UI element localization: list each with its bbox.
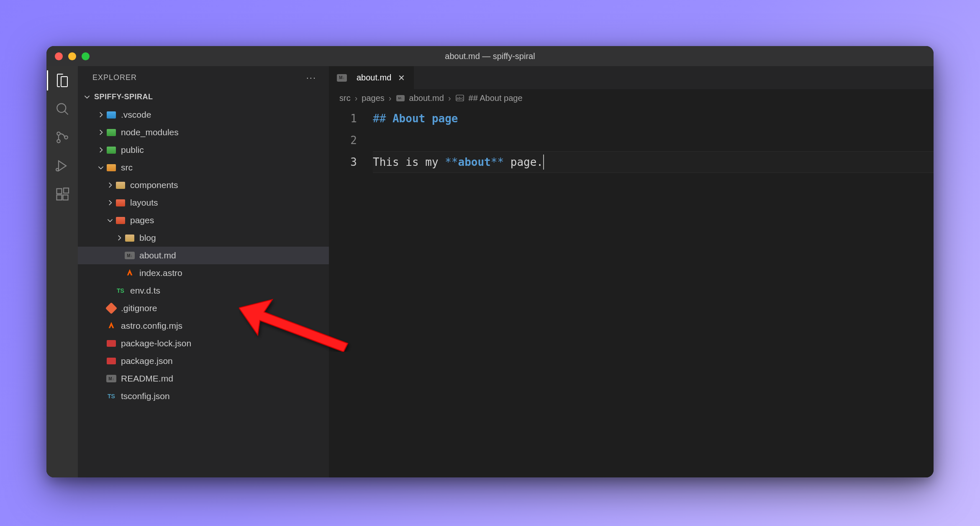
tree-folder-node-modules[interactable]: node_modules xyxy=(78,124,329,141)
tab-about-md[interactable]: M↓ about.md ✕ xyxy=(329,66,414,89)
tree-label: package.json xyxy=(121,356,173,366)
close-window-button[interactable] xyxy=(55,52,63,60)
extensions-icon[interactable] xyxy=(54,186,70,202)
tab-bar: M↓ about.md ✕ xyxy=(329,66,934,89)
folder-icon xyxy=(106,109,117,120)
tree-label: package-lock.json xyxy=(121,338,191,348)
search-icon[interactable] xyxy=(54,101,70,117)
heading-symbol-icon: abc xyxy=(455,94,464,102)
tree-label: tsconfig.json xyxy=(121,391,170,401)
chevron-right-icon xyxy=(96,127,106,137)
tree-file-env-d-ts[interactable]: TS env.d.ts xyxy=(78,282,329,299)
chevron-right-icon xyxy=(96,145,106,155)
chevron-right-icon: › xyxy=(355,93,358,103)
tree-file-package-json[interactable]: package.json xyxy=(78,352,329,370)
breadcrumb-segment[interactable]: ## About page xyxy=(469,93,523,103)
breadcrumb-segment[interactable]: about.md xyxy=(409,93,444,103)
tree-file-astro-config[interactable]: astro.config.mjs xyxy=(78,317,329,335)
sidebar: EXPLORER ··· SPIFFY-SPIRAL .vscode xyxy=(78,66,329,477)
text-cursor xyxy=(543,155,544,170)
svg-point-0 xyxy=(57,103,66,112)
line-number: 1 xyxy=(329,108,357,129)
tree-label: .vscode xyxy=(121,110,151,120)
tree-folder-public[interactable]: public xyxy=(78,141,329,159)
json-file-icon: TS xyxy=(106,391,117,402)
run-debug-icon[interactable] xyxy=(54,158,70,174)
chevron-down-icon xyxy=(105,215,115,225)
breadcrumb[interactable]: src › pages › M↓ about.md › abc ## About… xyxy=(329,89,934,107)
project-name: SPIFFY-SPIRAL xyxy=(94,93,153,101)
tree-folder-layouts[interactable]: layouts xyxy=(78,194,329,211)
window-title: about.md — spiffy-spiral xyxy=(445,52,535,61)
close-tab-icon[interactable]: ✕ xyxy=(396,73,406,83)
tree-label: blog xyxy=(139,233,156,243)
code-line[interactable]: ## About page xyxy=(373,108,934,129)
tree-folder-src[interactable]: src xyxy=(78,159,329,176)
markdown-file-icon: M↓ xyxy=(336,72,347,83)
code-line[interactable] xyxy=(373,129,934,151)
tree-folder-vscode[interactable]: .vscode xyxy=(78,106,329,124)
tree-file-readme[interactable]: M↓ README.md xyxy=(78,370,329,387)
svg-rect-5 xyxy=(56,189,62,194)
tree-file-index-astro[interactable]: index.astro xyxy=(78,264,329,282)
chevron-right-icon: › xyxy=(448,93,451,103)
typescript-file-icon: TS xyxy=(115,285,126,296)
markdown-file-icon: M↓ xyxy=(106,373,117,384)
breadcrumb-segment[interactable]: src xyxy=(339,93,351,103)
tree-label: astro.config.mjs xyxy=(121,321,182,331)
code-line[interactable]: This is my **about** page. xyxy=(373,151,934,173)
tree-file-tsconfig[interactable]: TS tsconfig.json xyxy=(78,387,329,405)
astro-file-icon xyxy=(124,268,135,278)
main-area: EXPLORER ··· SPIFFY-SPIRAL .vscode xyxy=(46,66,934,477)
tree-folder-blog[interactable]: blog xyxy=(78,229,329,247)
titlebar: about.md — spiffy-spiral xyxy=(46,46,934,66)
breadcrumb-segment[interactable]: pages xyxy=(362,93,385,103)
npm-file-icon xyxy=(106,338,117,349)
tree-file-package-lock[interactable]: package-lock.json xyxy=(78,335,329,352)
line-number: 2 xyxy=(329,129,357,151)
folder-icon xyxy=(106,127,117,138)
tree-label: about.md xyxy=(139,250,176,260)
tree-label: pages xyxy=(130,215,154,225)
git-file-icon xyxy=(106,303,117,314)
tree-label: .gitignore xyxy=(121,303,157,313)
code-editor[interactable]: 1 2 3 ## About page This is my **about**… xyxy=(329,107,934,477)
code-content[interactable]: ## About page This is my **about** page. xyxy=(373,108,934,477)
chevron-right-icon: › xyxy=(389,93,392,103)
minimize-window-button[interactable] xyxy=(68,52,76,60)
tree-folder-pages[interactable]: pages xyxy=(78,211,329,229)
tree-label: node_modules xyxy=(121,127,179,137)
svg-rect-6 xyxy=(56,195,62,200)
editor-pane: M↓ about.md ✕ src › pages › M↓ about.md … xyxy=(329,66,934,477)
window-controls xyxy=(55,52,90,60)
folder-icon xyxy=(106,144,117,155)
source-control-icon[interactable] xyxy=(54,129,70,145)
line-number-gutter: 1 2 3 xyxy=(329,108,373,477)
activity-bar xyxy=(46,66,78,477)
tree-label: layouts xyxy=(130,198,158,208)
svg-point-2 xyxy=(57,139,60,143)
explorer-icon[interactable] xyxy=(54,72,70,88)
maximize-window-button[interactable] xyxy=(82,52,90,60)
folder-icon xyxy=(115,180,126,191)
folder-open-icon xyxy=(106,162,117,173)
more-actions-icon[interactable]: ··· xyxy=(306,72,316,83)
tree-label: src xyxy=(121,162,133,173)
file-tree: .vscode node_modules public xyxy=(78,104,329,405)
line-number: 3 xyxy=(329,151,357,173)
chevron-down-icon xyxy=(82,92,92,102)
tree-label: public xyxy=(121,145,144,155)
npm-file-icon xyxy=(106,356,117,366)
folder-open-icon xyxy=(115,215,126,226)
tree-folder-components[interactable]: components xyxy=(78,176,329,194)
tree-file-gitignore[interactable]: .gitignore xyxy=(78,299,329,317)
chevron-right-icon xyxy=(96,110,106,120)
svg-text:abc: abc xyxy=(456,96,463,101)
project-header[interactable]: SPIFFY-SPIRAL xyxy=(78,89,329,104)
editor-window: about.md — spiffy-spiral EXPLORER ··· xyxy=(46,46,934,477)
tree-label: index.astro xyxy=(139,268,182,278)
folder-icon xyxy=(115,197,126,208)
tree-label: components xyxy=(130,180,178,190)
chevron-right-icon xyxy=(114,233,124,243)
tree-file-about-md[interactable]: M↓ about.md xyxy=(78,247,329,264)
